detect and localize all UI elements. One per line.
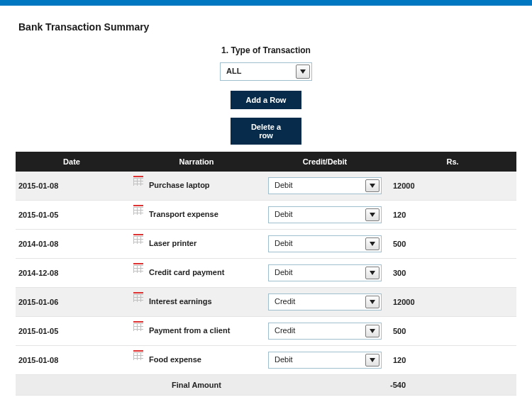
cell-amount: 120 [386,346,516,375]
credit-debit-value: Credit [269,294,364,310]
cell-narration: Interest earnings [129,288,264,317]
final-amount-row: Final Amount -540 [16,375,516,396]
table-row: 2015-01-05Transport expenseDebit120 [16,201,516,230]
cell-narration: Laser printer [129,230,264,259]
cell-date: 2015-01-08 [16,172,129,201]
svg-marker-6 [370,329,375,333]
table-row: 2015-01-06Interest earningsCredit12000 [16,288,516,317]
credit-debit-select[interactable]: Debit [268,206,382,223]
narration-text: Laser printer [149,239,196,247]
narration-text: Transport expense [149,210,218,218]
credit-debit-value: Credit [269,323,364,339]
cell-date: 2015-01-06 [16,288,129,317]
cell-date: 2015-01-05 [16,317,129,346]
narration-text: Payment from a client [149,326,230,335]
cell-date: 2015-01-08 [16,346,129,375]
credit-debit-value: Debit [269,236,364,252]
transaction-type-select[interactable]: ALL [220,62,312,81]
cell-credit-debit: Debit [264,259,386,288]
svg-marker-5 [370,300,375,304]
col-credit-debit: Credit/Debit [264,152,386,172]
final-amount-value: -540 [386,375,516,396]
calendar-icon[interactable] [133,176,143,186]
cell-credit-debit: Credit [264,317,386,346]
svg-marker-1 [370,184,375,188]
calendar-icon[interactable] [133,205,143,215]
transaction-type-label: 1. Type of Transaction [16,45,516,62]
cell-narration: Payment from a client [129,317,264,346]
narration-text: Interest earnings [149,297,212,306]
svg-marker-7 [370,358,375,362]
svg-marker-3 [370,242,375,246]
final-amount-label: Final Amount [129,375,264,396]
cell-credit-debit: Debit [264,346,386,375]
delete-row-button[interactable]: Delete a row [231,118,301,145]
calendar-icon[interactable] [133,234,143,244]
page-container: Bank Transaction Summary 1. Type of Tran… [0,6,532,414]
table-row: 2014-01-08Laser printerDebit500 [16,230,516,259]
page-title: Bank Transaction Summary [16,6,516,45]
top-accent-bar [0,0,532,6]
chevron-down-icon[interactable] [365,237,379,250]
narration-text: Credit card payment [149,268,224,276]
cell-amount: 12000 [386,288,516,317]
calendar-icon[interactable] [133,350,143,360]
svg-marker-0 [300,69,306,74]
col-narration: Narration [129,152,264,172]
svg-marker-4 [370,271,375,275]
col-date: Date [16,152,129,172]
svg-marker-2 [370,213,375,217]
credit-debit-value: Debit [269,207,364,223]
credit-debit-select[interactable]: Debit [268,264,382,281]
chevron-down-icon[interactable] [365,208,379,221]
cell-narration: Transport expense [129,201,264,230]
cell-amount: 500 [386,317,516,346]
cell-credit-debit: Credit [264,288,386,317]
narration-text: Food expense [149,355,201,364]
cell-date: 2014-12-08 [16,259,129,288]
col-amount: Rs. [386,152,516,172]
chevron-down-icon[interactable] [365,325,379,337]
credit-debit-select[interactable]: Debit [268,235,382,252]
chevron-down-icon[interactable] [365,354,379,367]
table-header-row: Date Narration Credit/Debit Rs. [16,152,516,172]
table-row: 2015-01-08Purchase laptopDebit12000 [16,172,516,201]
credit-debit-value: Debit [269,265,364,281]
cell-date: 2014-01-08 [16,230,129,259]
credit-debit-select[interactable]: Credit [268,293,382,310]
cell-narration: Credit card payment [129,259,264,288]
narration-text: Purchase laptop [149,181,210,189]
cell-credit-debit: Debit [264,172,386,201]
cell-date: 2015-01-05 [16,201,129,230]
credit-debit-select[interactable]: Credit [268,323,382,340]
credit-debit-value: Debit [269,178,364,194]
cell-amount: 120 [386,201,516,230]
transaction-type-value: ALL [221,63,294,80]
table-row: 2014-12-08Credit card paymentDebit300 [16,259,516,288]
cell-credit-debit: Debit [264,230,386,259]
chevron-down-icon[interactable] [365,296,379,308]
table-row: 2015-01-08Food expenseDebit120 [16,346,516,375]
calendar-icon[interactable] [133,263,143,273]
cell-amount: 12000 [386,172,516,201]
chevron-down-icon[interactable] [296,65,310,79]
cell-amount: 300 [386,259,516,288]
chevron-down-icon[interactable] [365,179,379,192]
credit-debit-select[interactable]: Debit [268,352,382,369]
cell-narration: Purchase laptop [129,172,264,201]
calendar-icon[interactable] [133,292,143,302]
cell-credit-debit: Debit [264,201,386,230]
calendar-icon[interactable] [133,321,143,331]
credit-debit-value: Debit [269,352,364,368]
chevron-down-icon[interactable] [365,267,379,279]
transactions-table: Date Narration Credit/Debit Rs. 2015-01-… [16,152,516,396]
credit-debit-select[interactable]: Debit [268,177,382,194]
cell-narration: Food expense [129,346,264,375]
add-row-button[interactable]: Add a Row [231,91,301,109]
cell-amount: 500 [386,230,516,259]
table-row: 2015-01-05Payment from a clientCredit500 [16,317,516,346]
